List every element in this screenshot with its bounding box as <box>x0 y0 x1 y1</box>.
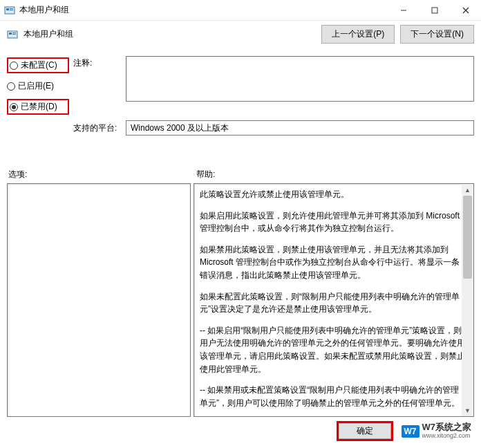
maximize-button[interactable] <box>419 0 450 20</box>
ok-button[interactable]: 确定 <box>337 421 393 441</box>
help-paragraph: -- 如果禁用或未配置策略设置“限制用户只能使用列表中明确允许的管理单元”，则用… <box>200 384 466 409</box>
help-paragraph: 如果启用此策略设置，则允许使用此管理单元并可将其添加到 Microsoft 管理… <box>200 209 466 235</box>
scrollbar[interactable]: ▲ ▼ <box>462 184 473 416</box>
previous-setting-button[interactable]: 上一个设置(P) <box>321 25 395 44</box>
radio-icon <box>7 82 15 91</box>
mid-labels: 选项: 帮助: <box>7 169 474 180</box>
help-paragraph: -- 如果启用“限制用户只能使用列表中明确允许的管理单元”策略设置，则用户无法使… <box>200 324 466 375</box>
footer: 确定 W7 W7系统之家 www.xitong2.com <box>337 421 472 441</box>
next-setting-button[interactable]: 下一个设置(N) <box>400 25 474 44</box>
svg-rect-3 <box>10 10 13 10</box>
help-label: 帮助: <box>196 169 215 180</box>
svg-rect-9 <box>9 32 12 35</box>
title-bar: 本地用户和组 <box>0 0 481 21</box>
scroll-thumb[interactable] <box>463 196 472 279</box>
scroll-down-icon[interactable]: ▼ <box>462 404 473 416</box>
comment-textarea[interactable] <box>126 56 474 102</box>
header-row: 本地用户和组 上一个设置(P) 下一个设置(N) <box>7 25 474 44</box>
platform-row: 支持的平台: Windows 2000 及以上版本 <box>7 120 474 136</box>
radio-group: 未配置(C) 已启用(E) 已禁用(D) <box>7 56 69 115</box>
radio-label: 已启用(E) <box>18 80 54 92</box>
policy-icon <box>7 29 18 40</box>
watermark-text: W7系统之家 <box>422 422 472 432</box>
help-pane: 此策略设置允许或禁止使用该管理单元。如果启用此策略设置，则允许使用此管理单元并可… <box>194 183 474 417</box>
panes: 此策略设置允许或禁止使用该管理单元。如果启用此策略设置，则允许使用此管理单元并可… <box>7 183 474 417</box>
watermark: W7 W7系统之家 www.xitong2.com <box>402 422 472 439</box>
platform-value: Windows 2000 及以上版本 <box>131 122 229 134</box>
app-icon <box>4 5 15 16</box>
svg-rect-2 <box>10 8 13 9</box>
options-label: 选项: <box>8 169 196 180</box>
nav-buttons: 上一个设置(P) 下一个设置(N) <box>321 25 474 44</box>
help-paragraph: 如果禁用此策略设置，则禁止使用该管理单元，并且无法将其添加到 Microsoft… <box>200 243 466 282</box>
platform-value-box: Windows 2000 及以上版本 <box>126 120 474 136</box>
help-text[interactable]: 此策略设置允许或禁止使用该管理单元。如果启用此策略设置，则允许使用此管理单元并可… <box>194 184 473 416</box>
watermark-url: www.xitong2.com <box>422 433 472 440</box>
help-paragraph: 如果未配置此策略设置，则“限制用户只能使用列表中明确允许的管理单元”设置决定了是… <box>200 290 466 316</box>
svg-rect-5 <box>432 8 437 13</box>
radio-icon <box>10 103 18 111</box>
radio-disabled[interactable]: 已禁用(D) <box>7 99 69 115</box>
platform-label: 支持的平台: <box>73 122 122 134</box>
window-controls <box>388 0 481 20</box>
comment-label: 注释: <box>73 56 122 115</box>
svg-rect-1 <box>6 8 9 10</box>
config-grid: 未配置(C) 已启用(E) 已禁用(D) 注释: <box>7 56 474 115</box>
minimize-button[interactable] <box>388 0 419 20</box>
radio-icon <box>10 62 18 70</box>
scroll-up-icon[interactable]: ▲ <box>462 184 473 196</box>
policy-title: 本地用户和组 <box>23 28 321 40</box>
radio-enabled[interactable]: 已启用(E) <box>7 80 69 92</box>
options-pane <box>7 183 191 417</box>
close-button[interactable] <box>450 0 481 20</box>
svg-rect-10 <box>12 32 16 33</box>
radio-not-configured[interactable]: 未配置(C) <box>7 57 69 73</box>
content-area: 本地用户和组 上一个设置(P) 下一个设置(N) 未配置(C) 已启用(E) 已… <box>0 21 481 417</box>
help-paragraph: 此策略设置允许或禁止使用该管理单元。 <box>200 188 466 201</box>
radio-label: 未配置(C) <box>21 59 57 71</box>
svg-rect-11 <box>12 34 16 35</box>
radio-label: 已禁用(D) <box>21 101 57 113</box>
window-title: 本地用户和组 <box>19 4 388 16</box>
watermark-badge: W7 <box>402 425 419 438</box>
